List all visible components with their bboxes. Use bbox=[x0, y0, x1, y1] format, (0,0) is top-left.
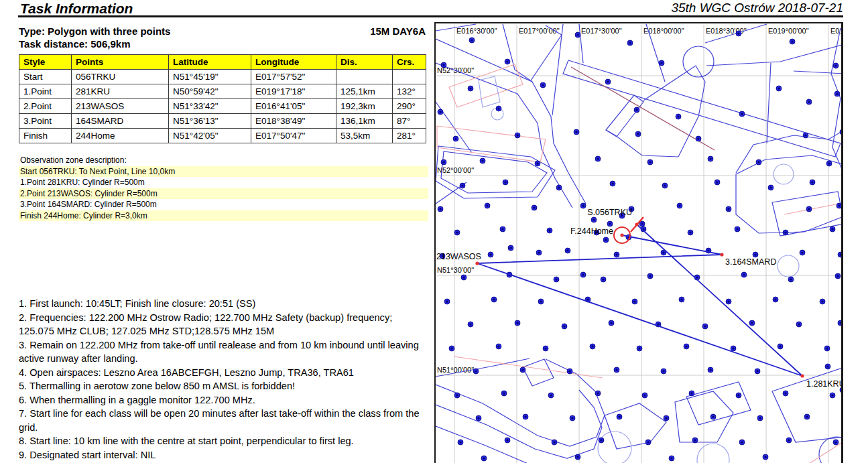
table-cell: N51°36'13" bbox=[169, 114, 251, 129]
airspace-shape bbox=[552, 24, 563, 115]
lat-label: N51°30'00" bbox=[437, 266, 474, 274]
observation-line: Finish 244Home: Cylinder R=3,0km bbox=[19, 210, 428, 222]
turnpoint-dot-core bbox=[836, 275, 839, 277]
turnpoint-dot-core bbox=[737, 394, 739, 396]
turnpoint-dot-core bbox=[841, 131, 843, 133]
turnpoint-dot-core bbox=[563, 325, 565, 327]
turnpoint-dot-core bbox=[662, 370, 664, 372]
turnpoint-dot-core bbox=[741, 113, 743, 115]
turnpoint-dot-core bbox=[685, 345, 687, 347]
turnpoint-dot-core bbox=[504, 181, 506, 183]
turnpoint-dot-core bbox=[597, 157, 599, 159]
task-distance: Task distance: 506,9km bbox=[19, 38, 130, 50]
airspace-circle bbox=[778, 255, 799, 277]
table-header: Points bbox=[72, 55, 169, 70]
turnpoint-dot-core bbox=[826, 365, 828, 367]
table-header: Latitude bbox=[169, 55, 251, 70]
table-cell: 53,5km bbox=[336, 129, 393, 143]
turnpoint-dot-core bbox=[576, 456, 578, 458]
turnpoint-dot-core bbox=[712, 415, 714, 417]
turnpoint-dot-core bbox=[806, 415, 808, 417]
turnpoint-dot-core bbox=[821, 300, 823, 302]
turnpoint-dot-core bbox=[439, 208, 441, 210]
observation-line: 1.Point 281KRU: Cylinder R=500m bbox=[19, 177, 428, 188]
turnpoint-dot-core bbox=[788, 439, 790, 441]
turnpoint-dot-core bbox=[611, 182, 613, 184]
event-title: 35th WGC Ostrów 2018-07-21 bbox=[671, 1, 843, 15]
turnpoint-dot-core bbox=[641, 222, 643, 224]
turnpoint-dot-core bbox=[828, 162, 830, 164]
table-header-row: StylePointsLatitudeLongitudeDis.Crs. bbox=[19, 55, 426, 70]
task-map-svg: E016°30'00"E017°00'00"E017°30'00"E018°00… bbox=[436, 23, 843, 463]
lon-label: E017°30'00" bbox=[581, 27, 622, 35]
turnpoint-dot-core bbox=[638, 347, 640, 349]
observation-line: 3.Point 164SMARD: Cylinder R=500m bbox=[19, 199, 428, 210]
table-cell bbox=[393, 70, 426, 84]
turnpoint-dot-core bbox=[536, 162, 538, 164]
observation-line: Start 056TRKU: To Next Point, Line 10,0k… bbox=[19, 166, 428, 178]
table-header: Dis. bbox=[336, 55, 393, 70]
table-cell: N51°42'05" bbox=[169, 129, 251, 143]
note-item: 4. Open airspaces: Leszno Area 16ABCEFGH… bbox=[19, 366, 429, 380]
turnpoint-dot-core bbox=[801, 251, 803, 253]
turnpoint-dot-core bbox=[456, 231, 458, 233]
turnpoint-dot-core bbox=[582, 204, 584, 206]
waypoint-marker bbox=[620, 233, 623, 237]
turnpoint-dot-core bbox=[839, 253, 841, 255]
turnpoint-dot-core bbox=[555, 278, 557, 280]
table-cell: Finish bbox=[19, 129, 72, 143]
table-cell: E017°57'52" bbox=[251, 70, 336, 84]
turnpoint-dot-core bbox=[677, 115, 679, 117]
note-item: 5. Thermalling in aerotow zone below 850… bbox=[19, 379, 429, 393]
turnpoint-dot-core bbox=[597, 392, 599, 394]
title-rule bbox=[18, 15, 843, 17]
turnpoint-dot-core bbox=[784, 231, 786, 233]
turnpoint-dot-core bbox=[516, 134, 518, 136]
table-cell: 3.Point bbox=[19, 114, 72, 129]
table-cell: Start bbox=[19, 70, 72, 84]
turnpoint-dot bbox=[840, 129, 843, 135]
table-header: Longitude bbox=[251, 55, 336, 70]
turnpoint-dot-core bbox=[607, 80, 609, 82]
turnpoint-dot-core bbox=[831, 394, 833, 396]
table-cell: 87° bbox=[393, 114, 426, 129]
turnpoint-dot-core bbox=[784, 392, 786, 394]
turnpoint-dot-core bbox=[600, 439, 602, 441]
turnpoint-dot-core bbox=[615, 253, 617, 255]
airspace-shape bbox=[479, 76, 500, 107]
turnpoint-dot-core bbox=[542, 84, 544, 86]
lon-label: E017°00'00" bbox=[519, 27, 560, 35]
turnpoint-dot-core bbox=[737, 32, 739, 34]
turnpoint-dot-core bbox=[446, 300, 448, 302]
turnpoint-dot-core bbox=[657, 323, 659, 325]
airspace-shape bbox=[454, 356, 603, 378]
turnpoint-dot-core bbox=[727, 300, 729, 302]
turnpoint-dot-core bbox=[751, 322, 753, 324]
turnpoint-dot-core bbox=[769, 186, 771, 188]
turnpoint-dot-core bbox=[540, 300, 542, 302]
turnpoint-dot-core bbox=[610, 322, 612, 324]
turnpoint-dot-core bbox=[743, 273, 745, 275]
turnpoint-dot-core bbox=[757, 161, 759, 163]
note-item: 8. Start line: 10 km line with the centr… bbox=[19, 434, 429, 448]
table-cell: 244Home bbox=[72, 129, 169, 143]
turnpoint-dot-core bbox=[450, 347, 452, 349]
task-map: E016°30'00"E017°00'00"E017°30'00"E018°00… bbox=[434, 22, 843, 463]
turnpoint-dot-core bbox=[680, 298, 682, 300]
turnpoint-dot-core bbox=[694, 439, 696, 441]
table-row: 2.Point213WASOSN51°33'42"E016°41'05"192,… bbox=[19, 99, 426, 114]
note-item: 1. First launch: 10:45LT; Finish line cl… bbox=[19, 297, 429, 311]
turnpoint-dot-core bbox=[493, 298, 495, 300]
table-row: Start056TRKUN51°45'19"E017°57'52" bbox=[19, 70, 426, 84]
turnpoint-dot-core bbox=[516, 322, 518, 324]
airspace-shape bbox=[436, 39, 586, 204]
table-cell: N51°45'19" bbox=[169, 70, 251, 84]
turnpoint-dot-core bbox=[808, 101, 810, 103]
waypoint-marker bbox=[635, 222, 638, 226]
turnpoint-dot-core bbox=[709, 369, 711, 371]
turnpoint-dot-core bbox=[834, 64, 836, 66]
turnpoint-dot-core bbox=[811, 181, 813, 183]
turnpoint-dot-core bbox=[524, 415, 526, 417]
waypoint-label: 213WASOS bbox=[436, 252, 481, 261]
table-cell: 125,1km bbox=[336, 84, 393, 99]
